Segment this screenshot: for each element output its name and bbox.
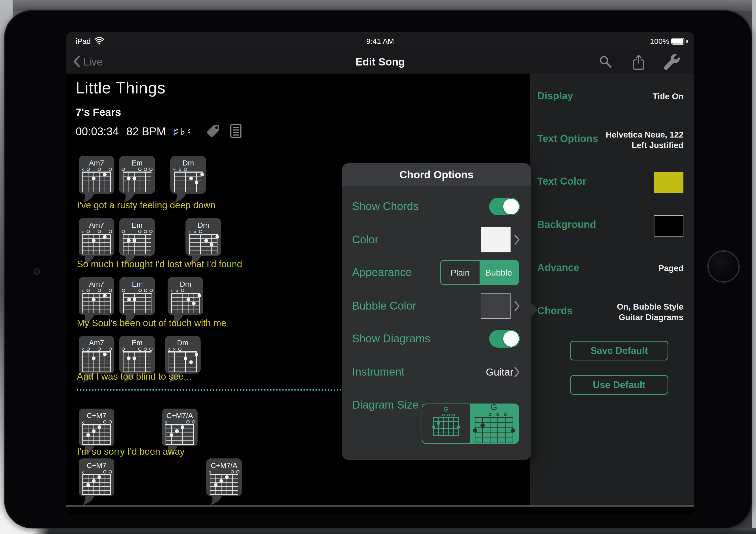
appearance-label: Appearance xyxy=(352,266,412,279)
svg-text:Am7: Am7 xyxy=(89,221,104,229)
notes-doc-icon[interactable] xyxy=(230,124,242,139)
status-bar: iPad 9:41 AM 100% xyxy=(66,32,694,50)
instrument-label: Instrument xyxy=(352,366,404,378)
background-right-band xyxy=(752,0,756,534)
lyric-line: I've got a rusty feeling deep down xyxy=(77,200,215,211)
svg-text:Em: Em xyxy=(132,159,143,167)
home-button[interactable] xyxy=(707,250,740,283)
search-icon[interactable] xyxy=(599,55,613,69)
svg-text:x: x xyxy=(81,420,84,425)
appearance-segmented-control: Plain Bubble xyxy=(440,260,519,285)
battery-nub xyxy=(687,40,688,43)
chord-bubble-dm[interactable]: Dmxx xyxy=(168,277,203,324)
svg-text:Am7: Am7 xyxy=(89,159,104,167)
svg-text:x: x xyxy=(173,346,176,352)
svg-text:x: x xyxy=(81,229,84,234)
chord-color-label: Color xyxy=(352,233,379,246)
show-chords-toggle[interactable] xyxy=(489,198,520,216)
sidebar-row-text-color-label[interactable]: Text Color xyxy=(537,176,586,187)
sidebar-row-chords-label[interactable]: Chords xyxy=(537,305,573,317)
chord-options-popover: Chord Options Show Chords Color Appearan… xyxy=(342,163,531,460)
show-diagrams-toggle[interactable] xyxy=(489,330,520,347)
diagram-size-option-large[interactable]: G xyxy=(470,404,518,443)
svg-text:C+M7: C+M7 xyxy=(87,412,106,420)
song-meta-row: 00:03:34 82 BPM ♯♭♮ xyxy=(76,124,242,139)
svg-text:x: x xyxy=(176,288,178,293)
svg-text:G: G xyxy=(491,404,497,412)
sidebar-row-text-options-label[interactable]: Text Options xyxy=(537,133,598,144)
svg-text:Em: Em xyxy=(132,221,143,229)
chord-bubble-am7[interactable]: Am7x xyxy=(79,218,114,266)
appearance-option-bubble[interactable]: Bubble xyxy=(479,261,518,284)
tag-icon[interactable] xyxy=(207,125,220,138)
sidebar-row-chords-value: On, Bubble Style Guitar Diagrams xyxy=(617,301,684,323)
chord-bubble-c-m7[interactable]: C+M7x xyxy=(79,458,114,506)
wrench-icon[interactable] xyxy=(664,54,680,70)
accidentals-label: ♯♭♮ xyxy=(174,126,193,137)
navigation-bar: Live Edit Song xyxy=(66,50,694,74)
svg-text:x: x xyxy=(209,469,211,474)
svg-text:x: x xyxy=(81,469,84,474)
battery-icon xyxy=(671,38,685,45)
popover-arrow xyxy=(531,302,538,318)
song-title[interactable]: Little Things xyxy=(76,79,166,97)
lyric-line: So much I thought I'd lost what I'd foun… xyxy=(77,259,242,269)
sidebar-row-display-label[interactable]: Display xyxy=(537,90,573,102)
diagram-size-segmented-control: G G xyxy=(421,403,519,444)
screen-bottom-edge xyxy=(66,505,694,507)
front-camera-icon xyxy=(34,268,40,275)
share-icon[interactable] xyxy=(631,54,646,70)
popover-title: Chord Options xyxy=(342,163,531,187)
lyric-line: And I was too blind to see... xyxy=(77,371,192,382)
sidebar-row-text-options-value: Helvetica Neue, 122 Left Justified xyxy=(606,130,684,151)
chord-bubble-am7[interactable]: Am7x xyxy=(79,277,114,324)
chord-bubble-dm[interactable]: Dmxx xyxy=(170,156,206,203)
appearance-option-plain[interactable]: Plain xyxy=(441,261,479,284)
svg-text:x: x xyxy=(165,420,167,425)
svg-text:Dm: Dm xyxy=(177,339,188,347)
svg-text:Am7: Am7 xyxy=(89,280,104,288)
save-default-button[interactable]: Save Default xyxy=(570,341,668,361)
svg-text:Em: Em xyxy=(132,280,143,288)
sidebar-row-display-value: Title On xyxy=(653,91,684,102)
svg-text:x: x xyxy=(168,346,170,352)
lyric-line: I'm so sorry I'd been away xyxy=(77,446,184,457)
chord-bubble-em[interactable]: Em xyxy=(119,218,155,266)
svg-text:C+M7/A: C+M7/A xyxy=(166,412,193,420)
svg-text:Dm: Dm xyxy=(182,159,194,167)
svg-text:x: x xyxy=(194,229,196,234)
sidebar-row-background-label[interactable]: Background xyxy=(537,219,596,230)
sidebar-row-advance-label[interactable]: Advance xyxy=(537,262,580,273)
chord-bubble-am7[interactable]: Am7x xyxy=(79,156,114,203)
song-duration: 00:03:34 xyxy=(76,125,119,138)
ipad-bezel: iPad 9:41 AM 100% xyxy=(4,10,752,528)
svg-text:C+M7: C+M7 xyxy=(87,462,106,470)
chord-bubble-c-m7-a[interactable]: C+M7/Ax xyxy=(206,458,242,506)
screen: iPad 9:41 AM 100% xyxy=(66,32,694,514)
svg-text:x: x xyxy=(173,167,176,172)
instrument-value[interactable]: Guitar xyxy=(486,367,513,378)
bubble-color-swatch[interactable] xyxy=(481,293,511,318)
text-color-swatch[interactable] xyxy=(654,172,684,193)
chevron-right-icon xyxy=(514,235,520,245)
svg-text:Em: Em xyxy=(132,339,143,347)
svg-text:x: x xyxy=(188,229,191,234)
svg-text:x: x xyxy=(170,288,173,293)
chord-bubble-em[interactable]: Em xyxy=(120,277,155,324)
svg-text:C+M7/A: C+M7/A xyxy=(211,462,237,470)
use-default-button[interactable]: Use Default xyxy=(570,375,668,395)
show-diagrams-label: Show Diagrams xyxy=(352,332,430,345)
svg-text:x: x xyxy=(81,167,84,172)
song-artist[interactable]: 7's Fears xyxy=(76,106,121,118)
background-color-swatch[interactable] xyxy=(654,216,684,237)
svg-text:x: x xyxy=(81,346,84,352)
svg-text:x: x xyxy=(81,288,84,293)
chord-bubble-em[interactable]: Em xyxy=(119,156,155,203)
diagram-size-option-small[interactable]: G xyxy=(422,404,470,443)
battery-percent-label: 100% xyxy=(650,37,669,46)
svg-text:Am7: Am7 xyxy=(89,339,104,347)
chord-color-swatch[interactable] xyxy=(481,227,511,252)
chord-bubble-dm[interactable]: Dmxx xyxy=(185,218,221,266)
photo-background: iPad 9:41 AM 100% xyxy=(0,0,756,534)
svg-text:x: x xyxy=(179,167,181,172)
